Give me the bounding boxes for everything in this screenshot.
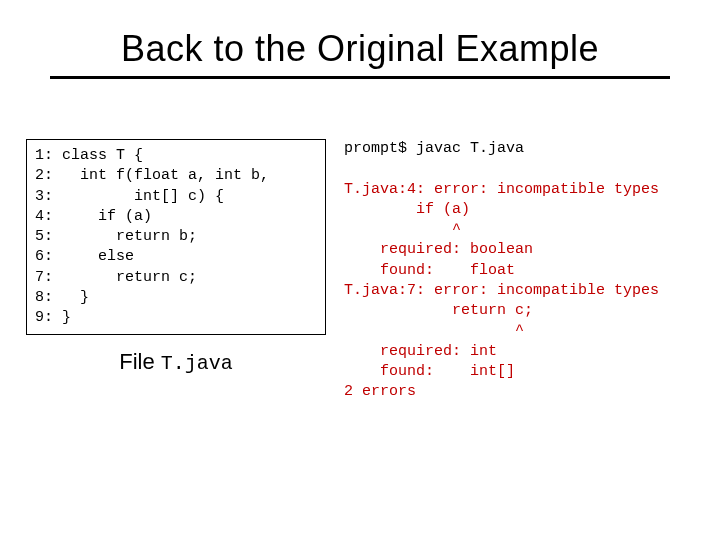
right-column: prompt$ javac T.java T.java:4: error: in… [344, 139, 694, 402]
content-row: 1: class T { 2: int f(float a, int b, 3:… [0, 79, 720, 402]
caption-prefix: File [119, 349, 161, 374]
code-box: 1: class T { 2: int f(float a, int b, 3:… [26, 139, 326, 335]
slide: Back to the Original Example 1: class T … [0, 28, 720, 540]
terminal-errors: T.java:4: error: incompatible types if (… [344, 181, 659, 401]
slide-title: Back to the Original Example [0, 28, 720, 70]
caption-filename: T.java [161, 352, 233, 375]
code-caption: File T.java [26, 349, 326, 375]
terminal-output: prompt$ javac T.java T.java:4: error: in… [344, 139, 694, 402]
terminal-command: prompt$ javac T.java [344, 140, 524, 157]
left-column: 1: class T { 2: int f(float a, int b, 3:… [26, 139, 326, 402]
